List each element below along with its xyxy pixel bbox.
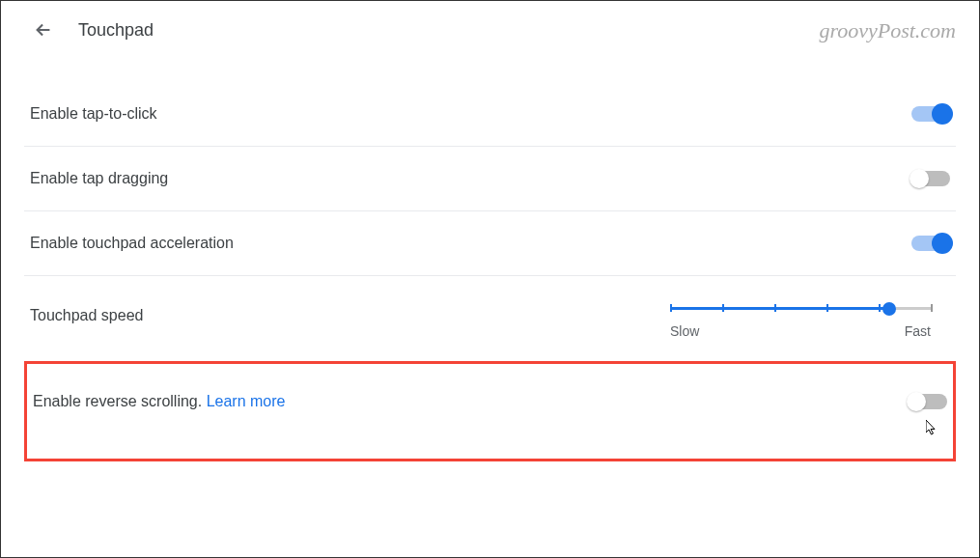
reverse-scrolling-text: Enable reverse scrolling. [33,393,207,409]
learn-more-link[interactable]: Learn more [207,393,286,409]
toggle-tap-dragging[interactable] [911,171,950,186]
slider-min-label: Slow [670,323,699,339]
toggle-touchpad-acceleration[interactable] [911,236,950,251]
setting-reverse-scrolling: Enable reverse scrolling. Learn more [24,361,956,461]
setting-tap-dragging: Enable tap dragging [24,147,956,211]
setting-tap-to-click: Enable tap-to-click [24,82,956,147]
slider-labels: Slow Fast [670,323,931,339]
settings-list: Enable tap-to-click Enable tap dragging … [1,53,979,461]
toggle-tap-to-click[interactable] [911,106,950,122]
setting-label: Enable tap dragging [30,170,168,187]
setting-touchpad-speed: Touchpad speed Slow Fast [24,276,956,362]
slider-max-label: Fast [905,323,931,339]
setting-label: Enable reverse scrolling. Learn more [33,393,285,410]
watermark-text: groovyPost.com [819,18,956,43]
speed-slider[interactable] [670,307,931,310]
toggle-reverse-scrolling[interactable] [909,394,947,409]
slider-container: Slow Fast [670,307,931,339]
setting-touchpad-acceleration: Enable touchpad acceleration [24,211,956,276]
back-arrow-icon[interactable] [32,18,55,42]
setting-label: Enable tap-to-click [30,105,157,123]
setting-label: Touchpad speed [30,307,143,324]
cursor-icon [926,420,941,435]
slider-thumb[interactable] [882,302,896,316]
page-title: Touchpad [78,20,154,41]
setting-label: Enable touchpad acceleration [30,235,234,252]
